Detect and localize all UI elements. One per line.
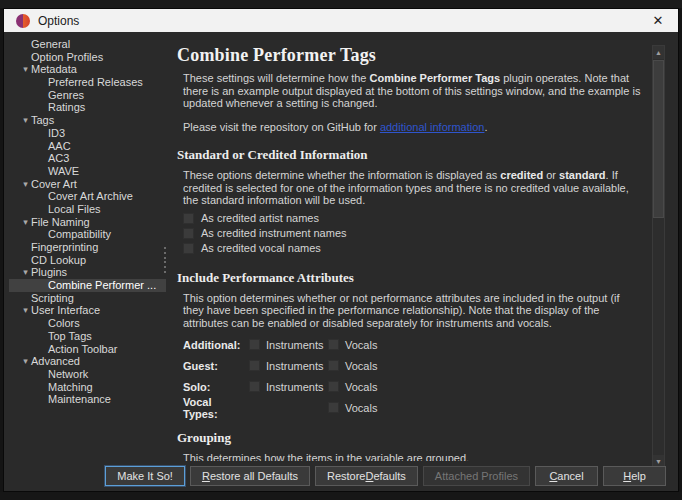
sidebar-item-cover-art[interactable]: ▾Cover Art [9,178,166,191]
sidebar-item-metadata[interactable]: ▾Metadata [9,63,166,76]
background-page-top [0,0,682,8]
button-label: Make It So! [117,470,173,482]
sidebar-item-scripting[interactable]: Scripting [9,292,166,305]
sidebar-item-action-toolbar[interactable]: Action Toolbar [9,343,166,356]
checkbox-solo-vocals[interactable] [328,381,339,392]
sidebar-item-label: Action Toolbar [48,343,118,356]
make-it-so-button[interactable]: Make It So! [105,466,185,486]
button-label: ancel [557,470,583,482]
attr-row-guest: Guest:InstrumentsVocals [183,360,649,371]
scrollbar-thumb[interactable] [653,60,664,218]
intro-paragraph: These settings will determine how the Co… [183,72,643,110]
sidebar-item-fingerprinting[interactable]: Fingerprinting [9,241,166,254]
checkbox-label: As credited instrument names [201,227,347,239]
section-heading-grouping: Grouping [177,430,649,446]
sidebar-item-label: Scripting [31,292,74,305]
credited-checkbox-group: As credited artist namesAs credited inst… [171,213,649,254]
sidebar-item-matching[interactable]: Matching [9,381,166,394]
sidebar-item-general[interactable]: General [9,38,166,51]
sidebar-item-label: General [31,38,70,51]
checkbox-as-credited-instrument-names[interactable] [183,228,194,239]
sidebar-item-preferred-releases[interactable]: Preferred Releases [9,76,166,89]
vocals-cell: Vocals [328,381,407,393]
sidebar-item-genres[interactable]: Genres [9,89,166,102]
sidebar-item-label: AAC [48,140,71,153]
restore-all-defaults-button[interactable]: Restore all Defaults [190,466,310,486]
sidebar-item-maintenance[interactable]: Maintenance [9,393,166,406]
close-icon[interactable]: ✕ [646,13,670,28]
checkbox-solo-instruments[interactable] [249,381,260,392]
chevron-down-icon[interactable]: ▾ [20,304,31,317]
sidebar-item-label: Top Tags [48,330,92,343]
checkbox-guest-vocals[interactable] [328,360,339,371]
sidebar-item-cd-lookup[interactable]: CD Lookup [9,254,166,267]
sidebar-item-combine-performer[interactable]: Combine Performer ... [9,279,166,292]
chevron-down-icon[interactable]: ▾ [20,266,31,279]
sidebar-item-option-profiles[interactable]: Option Profiles [9,51,166,64]
scroll-up-icon[interactable]: ▲ [653,46,664,59]
vocals-label: Vocals [345,381,377,393]
chevron-down-icon[interactable]: ▾ [20,114,31,127]
chevron-down-icon[interactable]: ▾ [20,178,31,191]
checkbox-row-as-credited-instrument-names: As credited instrument names [183,228,649,239]
options-tree: GeneralOption Profiles▾MetadataPreferred… [9,38,166,461]
button-mnemonic: C [549,470,557,482]
sidebar-item-local-files[interactable]: Local Files [9,203,166,216]
sidebar-item-cover-art-archive[interactable]: Cover Art Archive [9,190,166,203]
instruments-cell: Instruments [249,381,328,393]
chevron-down-icon[interactable]: ▾ [20,355,31,368]
checkbox-as-credited-artist-names[interactable] [183,213,194,224]
button-label: Restore [327,470,366,482]
sidebar-item-plugins[interactable]: ▾Plugins [9,266,166,279]
restore-defaults-button[interactable]: Restore Defaults [315,466,418,486]
sidebar-item-aac[interactable]: AAC [9,140,166,153]
sidebar-item-label: Matching [48,381,93,394]
sidebar-item-label: AC3 [48,152,69,165]
chevron-down-icon[interactable]: ▾ [20,216,31,229]
sidebar-item-label: ID3 [48,127,65,140]
sidebar-item-network[interactable]: Network [9,368,166,381]
sidebar-item-compatibility[interactable]: Compatibility [9,228,166,241]
vocals-cell: Vocals [328,360,407,372]
attributes-grid: Additional:InstrumentsVocalsGuest:Instru… [171,339,649,413]
checkbox-vocal-types-vocals[interactable] [328,402,339,413]
vertical-scrollbar[interactable]: ▲ ▼ [652,45,665,469]
sidebar-item-file-naming[interactable]: ▾File Naming [9,216,166,229]
sidebar-item-tags[interactable]: ▾Tags [9,114,166,127]
attr-row-additional: Additional:InstrumentsVocals [183,339,649,350]
sidebar-item-advanced[interactable]: ▾Advanced [9,355,166,368]
sidebar-item-ac3[interactable]: AC3 [9,152,166,165]
button-label: Attached Profiles [435,470,518,482]
checkbox-additional-vocals[interactable] [328,339,339,350]
attributes-description: This option determines whether or not pe… [183,292,643,330]
checkbox-additional-instruments[interactable] [249,339,260,350]
page-title: Combine Performer Tags [177,45,649,66]
vocals-cell: Vocals [328,402,407,414]
help-button[interactable]: Help [603,466,666,486]
checkbox-guest-instruments[interactable] [249,360,260,371]
chevron-down-icon[interactable]: ▾ [20,63,31,76]
screen: Options ✕ GeneralOption Profiles▾Metadat… [0,0,682,500]
button-label: efaults [373,470,405,482]
splitter-handle[interactable] [163,247,167,273]
sidebar-item-label: Metadata [31,63,77,76]
checkbox-row-as-credited-vocal-names: As credited vocal names [183,243,649,254]
sidebar-item-wave[interactable]: WAVE [9,165,166,178]
sidebar-item-label: Option Profiles [31,51,103,64]
sidebar-item-top-tags[interactable]: Top Tags [9,330,166,343]
github-link[interactable]: additional information [380,121,485,133]
cancel-button[interactable]: Cancel [535,466,598,486]
attr-row-solo: Solo:InstrumentsVocals [183,381,649,392]
sidebar-item-user-interface[interactable]: ▾User Interface [9,304,166,317]
attr-row-vocal-types: Vocal Types:Vocals [183,402,649,413]
sidebar-item-id3[interactable]: ID3 [9,127,166,140]
sidebar-item-label: WAVE [48,165,79,178]
sidebar-item-label: Colors [48,317,80,330]
sidebar-item-ratings[interactable]: Ratings [9,101,166,114]
section-heading-attributes: Include Performance Attributes [177,270,649,286]
checkbox-as-credited-vocal-names[interactable] [183,243,194,254]
sidebar-item-label: File Naming [31,216,90,229]
instruments-cell: Instruments [249,339,328,351]
sidebar-item-colors[interactable]: Colors [9,317,166,330]
button-mnemonic: H [623,470,631,482]
